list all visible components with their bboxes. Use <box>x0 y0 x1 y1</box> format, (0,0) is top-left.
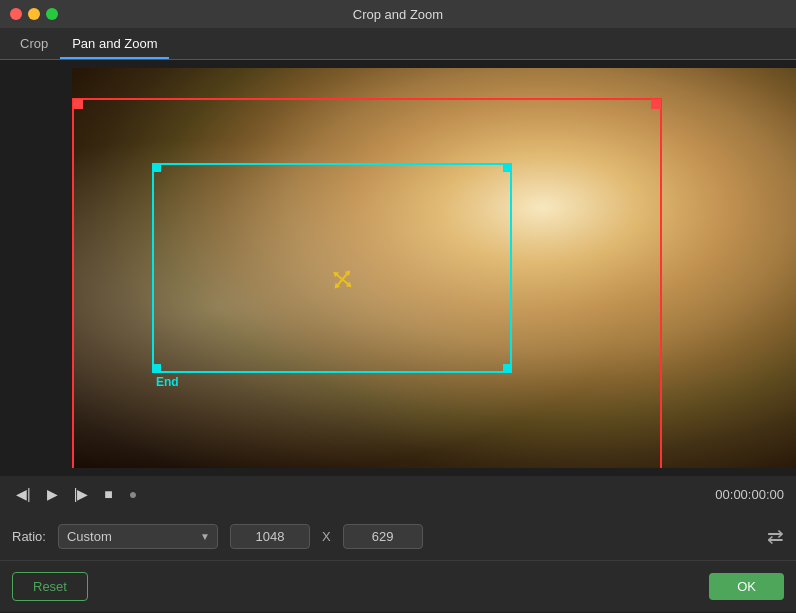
step-back-icon: ◀| <box>16 486 31 502</box>
stop-button[interactable]: ■ <box>100 484 116 504</box>
traffic-lights <box>10 8 58 20</box>
minimize-button[interactable] <box>28 8 40 20</box>
height-input[interactable] <box>343 524 423 549</box>
stop-icon: ■ <box>104 486 112 502</box>
timecode-display: 00:00:00:00 <box>715 487 784 502</box>
tab-pan-zoom[interactable]: Pan and Zoom <box>60 30 169 59</box>
window-title: Crop and Zoom <box>353 7 443 22</box>
settings-row: Ratio: Custom 16:9 4:3 1:1 9:16 ▼ X ⇄ <box>0 512 796 560</box>
step-forward-button[interactable]: |▶ <box>70 484 93 504</box>
controls-bar: ◀| ▶ |▶ ■ ● 00:00:00:00 <box>0 476 796 512</box>
video-background <box>72 68 796 468</box>
video-area: Start End <box>72 68 796 468</box>
link-dimensions-icon[interactable]: ⇄ <box>767 524 784 548</box>
ratio-label: Ratio: <box>12 529 46 544</box>
step-back-button[interactable]: ◀| <box>12 484 35 504</box>
ok-button[interactable]: OK <box>709 573 784 600</box>
play-button[interactable]: ▶ <box>43 484 62 504</box>
ratio-select-wrapper: Custom 16:9 4:3 1:1 9:16 ▼ <box>58 524 218 549</box>
play-icon: ▶ <box>47 486 58 502</box>
tab-crop[interactable]: Crop <box>8 30 60 59</box>
playback-controls: ◀| ▶ |▶ ■ ● <box>12 484 141 504</box>
dimension-separator: X <box>322 529 331 544</box>
footer-row: Reset OK <box>0 560 796 612</box>
title-bar: Crop and Zoom <box>0 0 796 28</box>
step-forward-icon: |▶ <box>74 486 89 502</box>
tabs-row: Crop Pan and Zoom <box>0 28 796 60</box>
reset-button[interactable]: Reset <box>12 572 88 601</box>
ratio-select[interactable]: Custom 16:9 4:3 1:1 9:16 <box>58 524 218 549</box>
width-input[interactable] <box>230 524 310 549</box>
record-icon: ● <box>129 486 137 502</box>
record-button[interactable]: ● <box>125 484 141 504</box>
close-button[interactable] <box>10 8 22 20</box>
maximize-button[interactable] <box>46 8 58 20</box>
